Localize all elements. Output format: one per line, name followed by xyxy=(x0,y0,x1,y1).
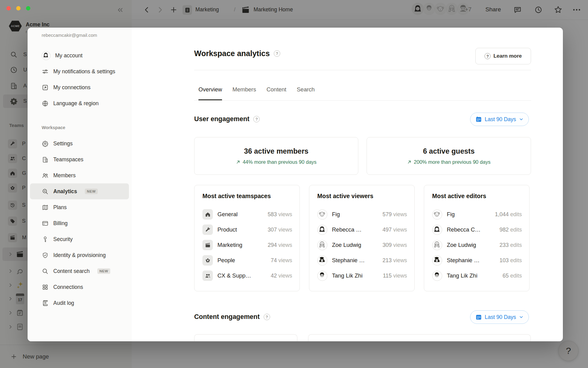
list-item: Tang Lik Zhi 115views xyxy=(317,268,407,283)
chevron-down-icon xyxy=(519,315,524,320)
menu-item-audit-log[interactable]: Audit log xyxy=(28,295,132,311)
active-members-stat-card: 36 active members 44% more than previous… xyxy=(194,137,358,175)
page-title: Workspace analytics xyxy=(194,49,270,58)
list-item: General 583views xyxy=(202,207,292,222)
members-icon xyxy=(42,172,49,179)
flower-icon xyxy=(202,255,213,266)
calendar-icon xyxy=(475,116,482,123)
new-badge: NEW xyxy=(97,268,111,274)
audit-log-icon xyxy=(42,300,49,307)
menu-item-notifications-settings[interactable]: My notifications & settings xyxy=(28,63,132,79)
map-icon xyxy=(42,204,49,211)
menu-item-content-search[interactable]: Content search NEW xyxy=(28,263,132,279)
card-title: Most active editors xyxy=(432,193,486,200)
menu-item-members[interactable]: Members xyxy=(28,167,132,183)
notion-window: ACME Acme Inc r S U A S Teams P C xyxy=(0,0,588,368)
tab-search[interactable]: Search xyxy=(297,84,315,100)
card-title: Most active viewers xyxy=(317,193,373,200)
list-item: Fig 579views xyxy=(317,207,407,222)
active-guests-stat-card: 6 active guests 200% more than previous … xyxy=(367,137,531,175)
minimize-window-button[interactable] xyxy=(16,6,21,10)
avatar-woman xyxy=(432,225,442,235)
menu-item-settings[interactable]: Settings xyxy=(28,136,132,151)
avatar-woman-hat xyxy=(432,255,442,266)
user-engagement-heading: User engagement ? xyxy=(194,115,260,123)
trend-up-icon xyxy=(236,160,240,164)
avatar-dog xyxy=(317,209,327,220)
tab-content[interactable]: Content xyxy=(266,84,286,100)
stat-headline: 6 active guests xyxy=(423,147,475,155)
most-active-teamspaces-card: Most active teamspaces General 583views … xyxy=(194,185,300,291)
trend-up-icon xyxy=(407,160,412,164)
list-item: Tang Lik Zhi 65edits xyxy=(432,268,522,283)
most-active-editors-card: Most active editors Fig 1,044edits Rebec… xyxy=(424,185,530,291)
zoom-window-button[interactable] xyxy=(26,6,30,10)
tab-overview[interactable]: Overview xyxy=(198,84,222,100)
help-circle-icon[interactable]: ? xyxy=(274,50,280,57)
people-icon xyxy=(202,270,213,281)
menu-item-my-account[interactable]: My account xyxy=(28,48,132,63)
avatar-man-glasses xyxy=(432,271,442,281)
user-avatar xyxy=(42,51,51,60)
arrow-up-right-square-icon xyxy=(42,84,49,91)
learn-more-button[interactable]: ? Learn more xyxy=(475,48,531,64)
menu-item-identity-provisioning[interactable]: Identity & provisioning xyxy=(28,247,132,263)
grid-icon xyxy=(42,284,49,291)
most-active-viewers-card: Most active viewers Fig 579views Rebecca… xyxy=(309,185,415,291)
content-card-stub xyxy=(194,334,297,341)
list-item: Rebecca … 497views xyxy=(317,222,407,237)
list-item: Zoe Ludwig 309views xyxy=(317,237,407,253)
list-item: Marketing 294views xyxy=(202,237,292,253)
avatar-woman-hat xyxy=(317,255,327,266)
avatar-woman xyxy=(317,225,327,235)
tab-members[interactable]: Members xyxy=(232,84,256,100)
menu-item-connections[interactable]: Connections xyxy=(28,279,132,295)
home-icon xyxy=(202,209,213,220)
shield-check-icon xyxy=(42,252,49,259)
list-item: Fig 1,044edits xyxy=(432,207,522,222)
menu-item-billing[interactable]: Billing xyxy=(28,215,132,231)
content-card-stub xyxy=(308,334,531,341)
list-item: Rebecca C… 982edits xyxy=(432,222,522,237)
content-engagement-heading: Content engagement ? xyxy=(194,313,270,321)
workspace-section-label: Workspace xyxy=(42,125,65,130)
menu-item-language-region[interactable]: Language & region xyxy=(28,95,132,111)
list-item: CX & Supp… 42views xyxy=(202,268,292,283)
stat-headline: 36 active members xyxy=(244,147,308,155)
search-icon xyxy=(42,268,49,275)
avatar-woman xyxy=(317,240,327,250)
date-filter-user-engagement[interactable]: Last 90 Days xyxy=(470,113,529,126)
menu-item-plans[interactable]: Plans xyxy=(28,199,132,215)
avatar-woman xyxy=(432,240,442,250)
analytics-main: Workspace analytics ? ? Learn more Overv… xyxy=(194,28,531,341)
avatar-dog xyxy=(432,209,442,220)
header-divider xyxy=(194,70,531,70)
help-circle-icon[interactable]: ? xyxy=(264,314,270,320)
help-circle-icon[interactable]: ? xyxy=(253,116,260,122)
stat-delta: 200% more than previous 90 days xyxy=(407,159,490,165)
stat-delta: 44% more than previous 90 days xyxy=(236,159,316,165)
date-filter-content-engagement[interactable]: Last 90 Days xyxy=(470,310,529,324)
list-item: Zoe Ludwig 233edits xyxy=(432,237,522,253)
menu-item-security[interactable]: Security xyxy=(28,231,132,247)
clapperboard-icon xyxy=(202,240,213,250)
menu-item-teamspaces[interactable]: Teamspaces xyxy=(28,151,132,167)
list-item: Product 307views xyxy=(202,222,292,237)
new-badge: NEW xyxy=(85,189,98,194)
card-title: Most active teamspaces xyxy=(202,193,271,200)
list-item: Stephanie … 213views xyxy=(317,253,407,268)
analytics-tabs: Overview Members Content Search xyxy=(194,84,531,101)
key-icon xyxy=(42,236,49,243)
menu-item-my-connections[interactable]: My connections xyxy=(28,79,132,95)
menu-item-analytics[interactable]: Analytics NEW xyxy=(30,183,129,199)
building-icon xyxy=(42,156,49,163)
close-window-button[interactable] xyxy=(6,6,11,10)
settings-menu: rebeccamcakir@gmail.com My account My no… xyxy=(28,28,132,341)
chevron-down-icon xyxy=(519,117,524,122)
sliders-icon xyxy=(42,68,49,75)
help-circle-icon: ? xyxy=(484,53,491,59)
calendar-icon xyxy=(475,314,482,320)
wrench-icon xyxy=(202,224,213,235)
gear-icon xyxy=(42,140,49,147)
settings-modal: rebeccamcakir@gmail.com My account My no… xyxy=(28,28,563,341)
